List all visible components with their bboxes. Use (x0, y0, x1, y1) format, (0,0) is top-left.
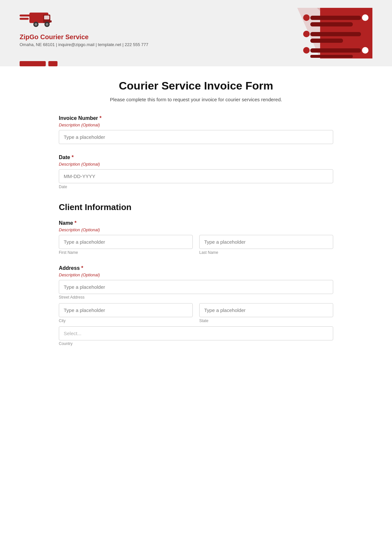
date-label: Date * (59, 155, 333, 160)
first-name-hint: First Name (59, 250, 193, 255)
invoice-number-label: Invoice Number * (59, 115, 333, 121)
state-subgroup: State (199, 303, 333, 323)
first-name-group: First Name (59, 235, 193, 255)
address-group: Address * Description (Optional) Street … (59, 265, 333, 346)
form-title: Courier Service Invoice Form (59, 79, 333, 92)
city-subgroup: City (59, 303, 193, 323)
required-marker: * (98, 115, 102, 121)
svg-rect-9 (49, 21, 52, 23)
city-state-row: City State (59, 303, 333, 323)
svg-rect-21 (310, 55, 353, 58)
svg-point-8 (46, 23, 48, 26)
state-input[interactable] (199, 303, 333, 317)
invoice-number-group: Invoice Number * Description (Optional) (59, 115, 333, 144)
date-description: Description (Optional) (59, 162, 333, 167)
date-input[interactable] (59, 169, 333, 183)
company-info: Omaha, NE 68101 | inquire@zipgo.mail | t… (20, 42, 148, 47)
header-decoration-icon (268, 8, 372, 58)
required-marker: * (80, 265, 83, 271)
date-group: Date * Description (Optional) Date (59, 155, 333, 189)
client-section-heading: Client Information (59, 202, 333, 212)
name-label: Name * (59, 220, 333, 226)
svg-rect-4 (44, 16, 49, 20)
svg-point-6 (35, 23, 37, 26)
svg-rect-16 (310, 16, 361, 20)
name-two-col: First Name Last Name (59, 235, 333, 255)
company-name: ZipGo Courier Service (20, 33, 148, 41)
street-address-hint: Street Address (59, 295, 85, 300)
required-marker: * (70, 155, 74, 160)
state-hint: State (199, 319, 333, 323)
svg-point-15 (362, 47, 368, 54)
first-name-input[interactable] (59, 235, 193, 249)
svg-rect-17 (310, 22, 353, 26)
svg-point-14 (362, 14, 368, 21)
form-subtitle: Please complete this form to request you… (59, 97, 333, 102)
invoice-number-description: Description (Optional) (59, 123, 333, 127)
required-marker: * (73, 220, 77, 226)
last-name-group: Last Name (199, 235, 333, 255)
address-description: Description (Optional) (59, 272, 333, 277)
svg-point-12 (303, 31, 310, 37)
last-name-input[interactable] (199, 235, 333, 249)
name-description: Description (Optional) (59, 227, 333, 232)
date-hint: Date (59, 185, 333, 189)
invoice-number-input[interactable] (59, 130, 333, 144)
svg-point-11 (303, 14, 310, 21)
country-hint: Country (59, 341, 73, 346)
city-hint: City (59, 319, 193, 323)
address-label: Address * (59, 265, 333, 271)
name-group: Name * Description (Optional) First Name… (59, 220, 333, 255)
country-subgroup: Select... Country (59, 326, 333, 346)
city-input[interactable] (59, 303, 193, 317)
country-select[interactable]: Select... (59, 326, 333, 340)
svg-rect-20 (310, 48, 361, 53)
truck-logo-icon (20, 8, 52, 31)
main-content: Courier Service Invoice Form Please comp… (33, 66, 359, 376)
svg-rect-1 (20, 18, 29, 20)
svg-rect-19 (310, 39, 343, 43)
logo-area: ZipGo Courier Service Omaha, NE 68101 | … (20, 8, 148, 47)
svg-rect-18 (310, 32, 361, 36)
street-address-input[interactable] (59, 280, 333, 294)
svg-point-13 (303, 47, 310, 54)
last-name-hint: Last Name (199, 250, 333, 255)
street-address-subgroup: Street Address (59, 280, 333, 300)
header: ZipGo Courier Service Omaha, NE 68101 | … (0, 0, 392, 66)
